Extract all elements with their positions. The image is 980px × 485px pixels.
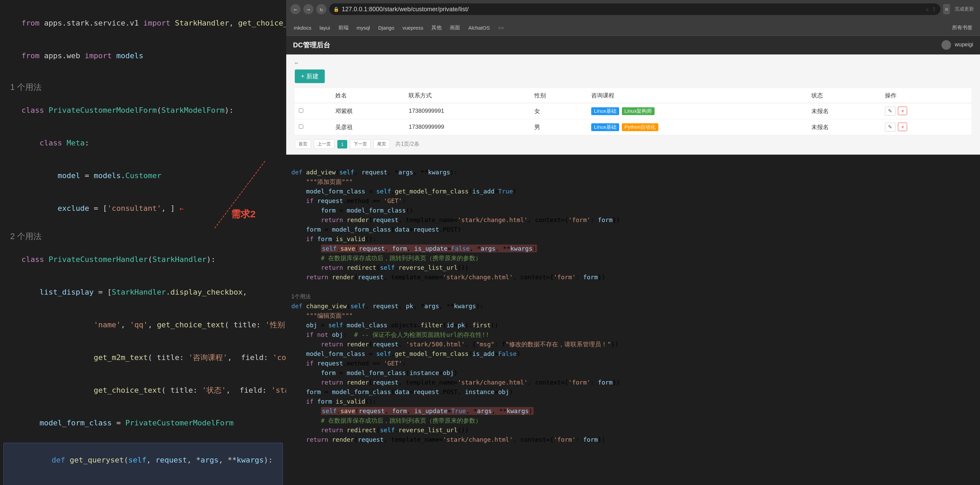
get-queryset-block: def get_queryset(self, request, *args, *…	[3, 443, 283, 485]
lock-icon: 🔒	[333, 6, 339, 12]
class2-list2: 'name', 'qq', get_choice_text( title: '性…	[3, 308, 283, 341]
all-bookmarks[interactable]: 所有书签	[949, 23, 976, 32]
expand-icon[interactable]: ↔	[295, 60, 972, 66]
star-icon: ☆	[926, 6, 929, 12]
class1-def: class PrivateCustomerModelForm(StarkMode…	[3, 94, 283, 127]
bookmark-django[interactable]: Django	[375, 24, 398, 32]
col-checkbox	[295, 88, 331, 103]
class1-meta: class Meta:	[3, 127, 283, 159]
avatar	[942, 40, 951, 50]
prev-page-btn[interactable]: 上一页	[314, 139, 335, 149]
class2-list3: get_m2m_text( title: '咨询课程', field: 'cou…	[3, 341, 283, 374]
edit-button-2[interactable]: ✎	[885, 122, 896, 132]
class2-list4: get_choice_text( title: '状态', field: 'st…	[3, 374, 283, 407]
import-line-1: from apps.stark.service.v1 import StarkH…	[3, 7, 283, 40]
class2-def: class PrivateCustomerHandler(StarkHandle…	[3, 243, 283, 276]
code-section: def add_view(self, request, *args, **kwa…	[286, 154, 980, 485]
webapp-content: DC管理后台 wupeigi ↔ + 新建 姓名 联系方式 性	[286, 36, 980, 485]
row-checkbox-1[interactable]	[299, 108, 303, 113]
gender-cell: 女	[530, 103, 587, 119]
last-page-btn[interactable]: 尾页	[374, 139, 390, 149]
bookmark-alchat[interactable]: AlchatOS	[465, 24, 493, 32]
more-bookmarks[interactable]: >>	[495, 24, 508, 32]
class2-list1: list_display = [StarkHandler.display_che…	[3, 276, 283, 308]
annotation-2: 需求2	[231, 208, 256, 221]
options-icon: ⋮	[932, 6, 936, 12]
col-courses: 咨询课程	[587, 88, 807, 103]
tag-linux-basic: Linux基础	[591, 107, 619, 115]
status-cell: 未报名	[807, 103, 881, 119]
tag-python: Python自动化	[622, 123, 659, 131]
back-button[interactable]: ←	[290, 4, 301, 14]
col-contact: 联系方式	[404, 88, 530, 103]
customer-list-section: ↔ + 新建 姓名 联系方式 性别 咨询课程 状态 操作	[286, 54, 980, 154]
bookmark-mkdocs[interactable]: mkdocs	[290, 24, 315, 32]
actions-cell: ✎ ×	[881, 103, 972, 119]
table-row: 邓紫棋 17380999991 女 Linux基础 Linux架构师 未报名 ✎…	[295, 103, 972, 119]
page-1-btn[interactable]: 1	[337, 140, 347, 148]
page-info: 共1页/2条	[395, 141, 419, 148]
webapp-header: DC管理后台 wupeigi	[286, 36, 980, 54]
bookmark-frontend[interactable]: 前端	[335, 23, 352, 32]
code-editor: from apps.stark.service.v1 import StarkH…	[0, 0, 286, 485]
browser-panel: ← → ↻ 🔒 127.0.0.1:8000/stark/web/custome…	[286, 0, 980, 485]
complete-update-label: 完成更新	[953, 6, 976, 12]
bookmarks-bar: mkdocs layui 前端 mysql Django vuepress 其他…	[286, 19, 980, 35]
bookmark-vuepress[interactable]: vuepress	[399, 24, 426, 32]
forward-button[interactable]: →	[303, 4, 313, 14]
webapp-title: DC管理后台	[293, 41, 330, 50]
url-text: 127.0.0.1:8000/stark/web/customer/privat…	[342, 6, 923, 13]
contact-cell: 17380999991	[404, 103, 530, 119]
address-bar[interactable]: 🔒 127.0.0.1:8000/stark/web/customer/priv…	[329, 3, 940, 15]
col-actions: 操作	[881, 88, 972, 103]
section2-label: 2 个用法	[10, 231, 283, 242]
bookmark-layui[interactable]: layui	[316, 24, 334, 32]
courses-cell: Linux基础 Python自动化	[587, 119, 807, 135]
customer-table: 姓名 联系方式 性别 咨询课程 状态 操作 邓紫棋 17380999991	[295, 88, 972, 135]
import-line-2: from apps.web import models	[3, 40, 283, 72]
row-checkbox-2[interactable]	[299, 124, 303, 129]
first-page-btn[interactable]: 首页	[295, 139, 311, 149]
next-page-btn[interactable]: 下一页	[350, 139, 371, 149]
class1-model: model = models.Customer	[3, 159, 283, 192]
table-row: 吴彦祖 17380999999 男 Linux基础 Python自动化 未报名 …	[295, 119, 972, 135]
delete-button-1[interactable]: ×	[898, 107, 907, 115]
col-status: 状态	[807, 88, 881, 103]
tag-linux-arch: Linux架构师	[622, 107, 655, 115]
tag-linux-basic-2: Linux基础	[591, 123, 619, 131]
col-gender: 性别	[530, 88, 587, 103]
refresh-button[interactable]: ↻	[316, 4, 326, 14]
col-name: 姓名	[331, 88, 405, 103]
class2-mform: model_form_class = PrivateCustomerModelF…	[3, 407, 283, 439]
name-cell: 邓紫棋	[331, 103, 405, 119]
bookmark-draw[interactable]: 画面	[446, 23, 463, 32]
browser-nav: ← → ↻ 🔒 127.0.0.1:8000/stark/web/custome…	[286, 0, 980, 19]
delete-button-2[interactable]: ×	[898, 122, 907, 131]
code-add-view: def add_view(self, request, *args, **kwa…	[291, 158, 975, 454]
username: wupeigi	[955, 41, 973, 47]
name-cell: 吴彦祖	[331, 119, 405, 135]
gender-cell: 男	[530, 119, 587, 135]
bookmark-other[interactable]: 其他	[428, 23, 445, 32]
extensions-btn[interactable]: ⊞	[943, 4, 950, 14]
contact-cell: 17380999999	[404, 119, 530, 135]
courses-cell: Linux基础 Linux架构师	[587, 103, 807, 119]
pagination: 首页 上一页 1 下一页 尾页 共1页/2条	[295, 135, 972, 153]
section1-label: 1 个用法	[10, 82, 283, 93]
new-button[interactable]: + 新建	[295, 70, 325, 83]
user-info: wupeigi	[942, 40, 973, 50]
browser-chrome: ← → ↻ 🔒 127.0.0.1:8000/stark/web/custome…	[286, 0, 980, 36]
status-cell: 未报名	[807, 119, 881, 135]
bookmark-mysql[interactable]: mysql	[353, 24, 374, 32]
actions-cell: ✎ ×	[881, 119, 972, 135]
edit-button-1[interactable]: ✎	[885, 107, 896, 116]
